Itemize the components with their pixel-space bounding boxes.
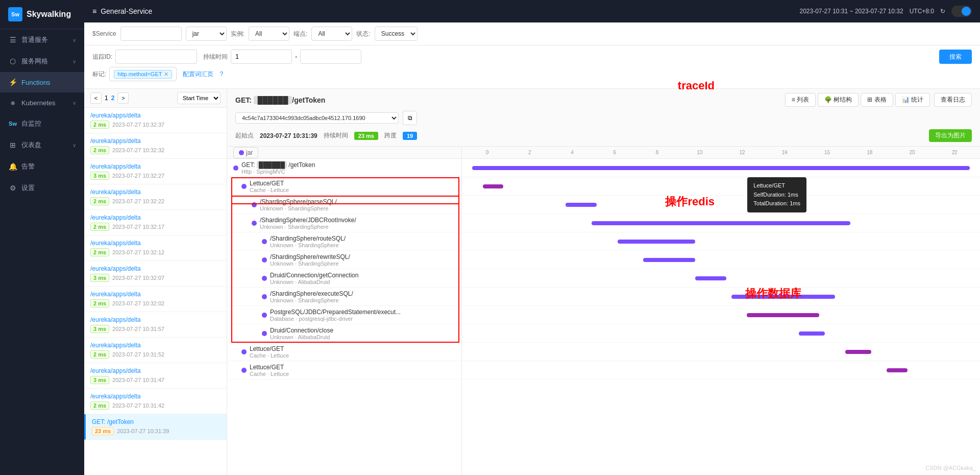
- timeline-row-5: [462, 251, 980, 269]
- sidebar-item-label: Kubernetes: [21, 99, 56, 107]
- sidebar-item-general-service[interactable]: ☰ 普通服务 ∨: [0, 29, 84, 51]
- refresh-icon[interactable]: ↻: [940, 8, 945, 15]
- span-label-1[interactable]: Lettuce/GET Cache · Lettuce: [227, 177, 461, 196]
- trace-list-item[interactable]: GET: /getToken 23 ms 2023-07-27 10:31:39: [84, 414, 227, 440]
- span-name: Lettuce/GET: [250, 364, 289, 371]
- sidebar-item-label: 告警: [21, 162, 35, 171]
- trace-meta: 2 ms 2023-07-27 10:32:22: [90, 197, 220, 205]
- duration-from-input[interactable]: [231, 50, 292, 64]
- ruler-8: 8: [636, 150, 678, 155]
- trace-path: /eureka/apps/delta: [90, 265, 220, 272]
- list-header: < 1 2 > Start Time: [84, 89, 227, 108]
- trace-list-item[interactable]: /eureka/apps/delta 2 ms 2023-07-27 10:32…: [84, 133, 227, 159]
- span-name: Lettuce/GET: [250, 180, 289, 187]
- sort-select[interactable]: Start Time: [177, 92, 220, 104]
- copy-trace-id-btn[interactable]: ⧉: [403, 111, 417, 125]
- panels: < 1 2 > Start Time /eureka/apps/delta 2 …: [84, 89, 980, 475]
- service-input[interactable]: [120, 27, 182, 41]
- span-sub: Unknown · ShardingSphere: [270, 260, 350, 267]
- trace-list-item[interactable]: /eureka/apps/delta 2 ms 2023-07-27 10:31…: [84, 338, 227, 363]
- breadcrumb: General-Service: [101, 7, 152, 15]
- span-dot: [262, 331, 267, 336]
- trace-list-item[interactable]: /eureka/apps/delta 3 ms 2023-07-27 10:32…: [84, 159, 227, 184]
- trace-id-select[interactable]: 4c54c7a1733044c993dc05adbc0e4512.170.169…: [235, 112, 399, 124]
- watermark: CSDN @ACGkaka_: [925, 465, 976, 471]
- start-value: 2023-07-27 10:31:39: [260, 132, 317, 139]
- tag-input-container[interactable]: http.method=GET ✕: [109, 67, 177, 81]
- chevron-icon: ∨: [72, 100, 76, 106]
- view-log-button[interactable]: 查看日志: [934, 93, 972, 107]
- content-area: $Service jar 实例: All 端点: All 状态: Success…: [84, 22, 980, 475]
- page-next-btn[interactable]: >: [117, 92, 129, 104]
- trace-meta: 2 ms 2023-07-27 10:31:52: [90, 350, 220, 359]
- trace-duration: 3 ms: [90, 172, 109, 180]
- sidebar-item-functions[interactable]: ⚡ Functions: [0, 72, 84, 92]
- span-label-2[interactable]: /ShardingSphere/parseSQL/ Unknown · Shar…: [227, 196, 461, 214]
- span-sub: Database · postgresql-jdbc-driver: [270, 316, 401, 322]
- span-dot: [252, 221, 257, 226]
- duration-to-input[interactable]: [300, 50, 361, 64]
- trace-meta: 2 ms 2023-07-27 10:32:12: [90, 248, 220, 256]
- trace-list-item[interactable]: /eureka/apps/delta 3 ms 2023-07-27 10:32…: [84, 261, 227, 287]
- span-label-11[interactable]: Lettuce/GET Cache · Lettuce: [227, 361, 461, 379]
- span-sub: Cache · Lettuce: [250, 371, 289, 377]
- span-dot: [241, 184, 247, 189]
- span-filter-tag[interactable]: jar: [233, 147, 258, 158]
- sidebar-item-alert[interactable]: 🔔 告警: [0, 156, 84, 177]
- timeline-row-9: [462, 324, 980, 343]
- sidebar-item-self-monitor[interactable]: Sw 自监控: [0, 113, 84, 134]
- trace-meta: 2 ms 2023-07-27 10:32:32: [90, 146, 220, 154]
- span-label-6[interactable]: Druid/Connection/getConnection Unknown ·…: [227, 269, 461, 288]
- theme-toggle[interactable]: [951, 6, 972, 17]
- view-stats-btn[interactable]: 📊 统计: [895, 93, 930, 107]
- trace-list-item[interactable]: /eureka/apps/delta 2 ms 2023-07-27 10:32…: [84, 184, 227, 210]
- trace-list-item[interactable]: /eureka/apps/delta 2 ms 2023-07-27 10:32…: [84, 108, 227, 133]
- span-bar-1: [483, 184, 504, 188]
- trace-path: /eureka/apps/delta: [90, 291, 220, 298]
- sidebar-item-dashboard[interactable]: ⊞ 仪表盘 ∨: [0, 134, 84, 156]
- span-label-9[interactable]: Druid/Connection/close Unknown · Alibaba…: [227, 324, 461, 343]
- span-label-8[interactable]: PostgreSQL/JDBC/PreparedStatement/execut…: [227, 306, 461, 324]
- span-label-7[interactable]: /ShardingSphere/executeSQL/ Unknown · Sh…: [227, 288, 461, 306]
- status-select[interactable]: Success: [375, 27, 418, 41]
- ruler-12: 12: [721, 150, 764, 155]
- view-table-btn[interactable]: ⊞ 表格: [861, 93, 893, 107]
- page-prev-btn[interactable]: <: [90, 92, 102, 104]
- config-vocab-link[interactable]: 配置词汇页: [183, 70, 213, 79]
- span-label-3[interactable]: /ShardingSphere/JDBCRootInvoke/ Unknown …: [227, 214, 461, 232]
- span-label-5[interactable]: /ShardingSphere/rewriteSQL/ Unknown · Sh…: [227, 251, 461, 269]
- sidebar-item-settings[interactable]: ⚙ 设置: [0, 177, 84, 199]
- tag-close-icon[interactable]: ✕: [164, 71, 168, 78]
- instance-select[interactable]: All: [249, 27, 289, 41]
- trace-id-row: 4c54c7a1733044c993dc05adbc0e4512.170.169…: [235, 111, 972, 125]
- trace-duration: 2 ms: [90, 401, 109, 410]
- trace-path: /eureka/apps/delta: [90, 188, 220, 196]
- settings-icon: ⚙: [8, 184, 17, 192]
- trace-path: /eureka/apps/delta: [90, 240, 220, 247]
- search-button[interactable]: 搜索: [939, 50, 972, 64]
- span-bar-11: [887, 368, 908, 372]
- view-list-btn[interactable]: ≡ 列表: [785, 93, 816, 107]
- span-label-4[interactable]: /ShardingSphere/routeSQL/ Unknown · Shar…: [227, 232, 461, 251]
- export-button[interactable]: 导出为图片: [929, 129, 972, 142]
- ruler-4: 4: [551, 150, 594, 155]
- span-bar-2: [566, 203, 597, 207]
- span-label-0[interactable]: GET: ██████ /getToken Http · SpringMVC: [227, 159, 461, 177]
- jar-select[interactable]: jar: [186, 27, 227, 41]
- trace-list-item[interactable]: /eureka/apps/delta 2 ms 2023-07-27 10:32…: [84, 235, 227, 261]
- trace-id-input[interactable]: [115, 50, 197, 64]
- trace-duration: 3 ms: [90, 325, 109, 333]
- span-sub: Http · SpringMVC: [241, 169, 315, 175]
- sidebar-item-kubernetes[interactable]: ⎈ Kubernetes ∨: [0, 92, 84, 113]
- trace-list-item[interactable]: /eureka/apps/delta 3 ms 2023-07-27 10:31…: [84, 312, 227, 338]
- trace-time: 2023-07-27 10:31:42: [112, 402, 164, 409]
- span-label-10[interactable]: Lettuce/GET Cache · Lettuce: [227, 343, 461, 361]
- endpoint-select[interactable]: All: [311, 27, 352, 41]
- trace-list-item[interactable]: /eureka/apps/delta 2 ms 2023-07-27 10:32…: [84, 210, 227, 235]
- trace-list-item[interactable]: /eureka/apps/delta 2 ms 2023-07-27 10:32…: [84, 287, 227, 312]
- sidebar-item-service-mesh[interactable]: ⬡ 服务网格 ∨: [0, 51, 84, 72]
- span-sub: Cache · Lettuce: [250, 352, 289, 359]
- view-tree-btn[interactable]: 🌳 树结构: [818, 93, 859, 107]
- trace-list-item[interactable]: /eureka/apps/delta 3 ms 2023-07-27 10:31…: [84, 363, 227, 389]
- trace-list-item[interactable]: /eureka/apps/delta 2 ms 2023-07-27 10:31…: [84, 389, 227, 414]
